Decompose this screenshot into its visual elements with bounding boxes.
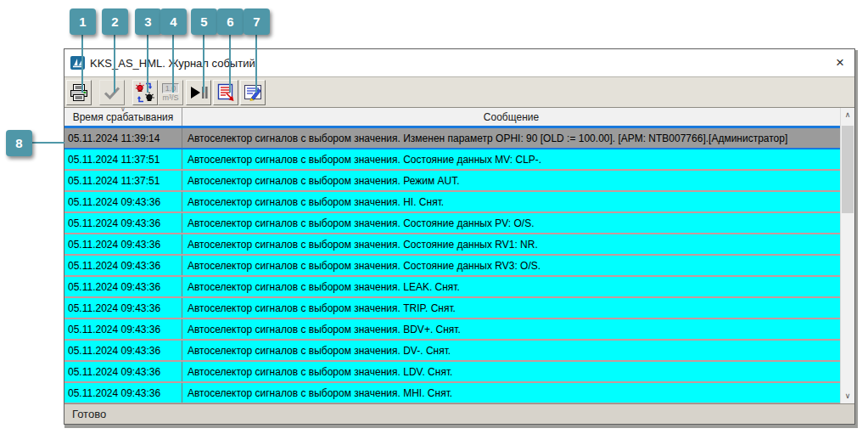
sort-indicator-icon: ∨ bbox=[120, 108, 126, 113]
row-time: 05.11.2024 09:43:36 bbox=[64, 277, 182, 296]
row-time: 05.11.2024 09:43:36 bbox=[64, 298, 182, 318]
callout-line-8 bbox=[32, 142, 64, 144]
row-message: Автоселектор сигналов с выбором значения… bbox=[182, 277, 840, 296]
row-message: Автоселектор сигналов с выбором значения… bbox=[182, 362, 840, 381]
row-message: Автоселектор сигналов с выбором значения… bbox=[182, 128, 840, 148]
status-text: Готово bbox=[72, 408, 106, 420]
units-label: m³/S bbox=[163, 94, 179, 102]
row-message: Автоселектор сигналов с выбором значения… bbox=[182, 383, 840, 403]
event-list-icon bbox=[215, 82, 237, 104]
table-row[interactable]: 05.11.2024 09:43:36 Автоселектор сигнало… bbox=[64, 256, 840, 277]
row-message: Автоселектор сигналов с выбором значения… bbox=[182, 213, 840, 233]
edit-journal-button[interactable] bbox=[240, 80, 266, 105]
row-time: 05.11.2024 09:43:36 bbox=[64, 319, 182, 339]
checkmark-icon bbox=[102, 82, 122, 103]
units-display-button[interactable]: 1.0 m³/S bbox=[158, 80, 183, 105]
play-pause-button[interactable] bbox=[186, 80, 211, 105]
table-row[interactable]: 05.11.2024 09:43:36 Автоселектор сигнало… bbox=[64, 319, 840, 341]
scrollbar-thumb[interactable] bbox=[842, 126, 854, 213]
table-row[interactable]: 05.11.2024 09:43:36 Автоселектор сигнало… bbox=[64, 234, 840, 256]
alarm-lamps-icon bbox=[134, 82, 156, 104]
toolbar: 1.0 m³/S bbox=[64, 76, 854, 108]
print-button[interactable] bbox=[66, 80, 92, 105]
callout-line-4 bbox=[172, 35, 174, 93]
callout-badge-2: 2 bbox=[102, 8, 128, 35]
callout-line-1 bbox=[81, 35, 83, 93]
callout-line-7 bbox=[255, 35, 257, 93]
callout-badge-4: 4 bbox=[160, 8, 187, 35]
row-time: 05.11.2024 09:43:36 bbox=[64, 192, 182, 211]
row-time: 05.11.2024 09:43:36 bbox=[64, 383, 182, 403]
callout-badge-5: 5 bbox=[191, 8, 217, 35]
table-row[interactable]: 05.11.2024 09:43:36 Автоселектор сигнало… bbox=[64, 213, 840, 234]
table-row[interactable]: 05.11.2024 09:43:36 Автоселектор сигнало… bbox=[64, 192, 840, 213]
row-message: Автоселектор сигналов с выбором значения… bbox=[182, 341, 840, 360]
column-header-message-label: Сообщение bbox=[484, 111, 539, 123]
row-message: Автоселектор сигналов с выбором значения… bbox=[182, 234, 840, 254]
table-row[interactable]: 05.11.2024 11:37:51 Автоселектор сигнало… bbox=[64, 149, 840, 171]
table-row[interactable]: 05.11.2024 09:43:36 Автоселектор сигнало… bbox=[64, 341, 840, 362]
titlebar: KKS_AS_HML. Журнал событий × bbox=[64, 49, 854, 76]
callout-line-3 bbox=[147, 35, 148, 93]
row-message: Автоселектор сигналов с выбором значения… bbox=[182, 192, 840, 211]
row-time: 05.11.2024 09:43:36 bbox=[64, 234, 182, 254]
callout-line-6 bbox=[229, 35, 231, 93]
play-pause-icon bbox=[188, 82, 210, 104]
table-row[interactable]: 05.11.2024 11:39:14 Автоселектор сигнало… bbox=[64, 128, 840, 149]
row-time: 05.11.2024 09:43:36 bbox=[64, 256, 182, 275]
status-bar: Готово bbox=[64, 403, 854, 424]
callout-badge-6: 6 bbox=[217, 8, 244, 35]
callout-badge-7: 7 bbox=[244, 8, 270, 35]
close-icon[interactable]: × bbox=[826, 51, 854, 75]
callout-badge-1: 1 bbox=[70, 8, 96, 35]
row-message: Автоселектор сигналов с выбором значения… bbox=[182, 171, 840, 190]
row-message: Автоселектор сигналов с выбором значения… bbox=[182, 319, 840, 339]
table-row[interactable]: 05.11.2024 09:43:36 Автоселектор сигнало… bbox=[64, 298, 840, 319]
row-time: 05.11.2024 11:37:51 bbox=[64, 149, 182, 169]
event-journal-window: KKS_AS_HML. Журнал событий × bbox=[64, 48, 855, 425]
vertical-scrollbar[interactable]: ∧ ∨ bbox=[840, 108, 854, 403]
event-table: ∨ Время срабатывания Сообщение 05.11.202… bbox=[64, 108, 854, 403]
callout-line-2 bbox=[114, 35, 115, 93]
row-message: Автоселектор сигналов с выбором значения… bbox=[182, 149, 840, 169]
column-header-message[interactable]: Сообщение bbox=[182, 108, 840, 126]
row-time: 05.11.2024 11:37:51 bbox=[64, 171, 182, 190]
callout-badge-8: 8 bbox=[6, 130, 32, 156]
callout-badge-3: 3 bbox=[135, 8, 161, 35]
row-time: 05.11.2024 09:43:36 bbox=[64, 362, 182, 381]
printer-icon bbox=[69, 82, 89, 103]
units-value: 1.0 bbox=[162, 83, 180, 93]
row-time: 05.11.2024 11:39:14 bbox=[64, 128, 182, 148]
row-message: Автоселектор сигналов с выбором значения… bbox=[182, 298, 840, 318]
row-time: 05.11.2024 09:43:36 bbox=[64, 213, 182, 233]
event-filter-button[interactable] bbox=[213, 80, 238, 105]
table-row[interactable]: 05.11.2024 11:37:51 Автоселектор сигнало… bbox=[64, 171, 840, 192]
table-header: ∨ Время срабатывания Сообщение bbox=[64, 108, 840, 128]
notepad-pencil-icon bbox=[242, 82, 264, 104]
table-rows: 05.11.2024 11:39:14 Автоселектор сигнало… bbox=[64, 128, 840, 403]
row-time: 05.11.2024 09:43:36 bbox=[64, 341, 182, 360]
row-message: Автоселектор сигналов с выбором значения… bbox=[182, 256, 840, 275]
callout-line-5 bbox=[203, 35, 204, 93]
table-row[interactable]: 05.11.2024 09:43:36 Автоселектор сигнало… bbox=[64, 277, 840, 298]
alarm-settings-button[interactable] bbox=[132, 80, 158, 105]
scroll-up-icon[interactable]: ∧ bbox=[841, 108, 854, 122]
table-row[interactable]: 05.11.2024 09:43:36 Автоселектор сигнало… bbox=[64, 383, 840, 403]
column-header-time[interactable]: ∨ Время срабатывания bbox=[64, 108, 182, 126]
table-row[interactable]: 05.11.2024 09:43:36 Автоселектор сигнало… bbox=[64, 362, 840, 383]
acknowledge-button[interactable] bbox=[99, 80, 125, 105]
scroll-down-icon[interactable]: ∨ bbox=[841, 389, 854, 403]
